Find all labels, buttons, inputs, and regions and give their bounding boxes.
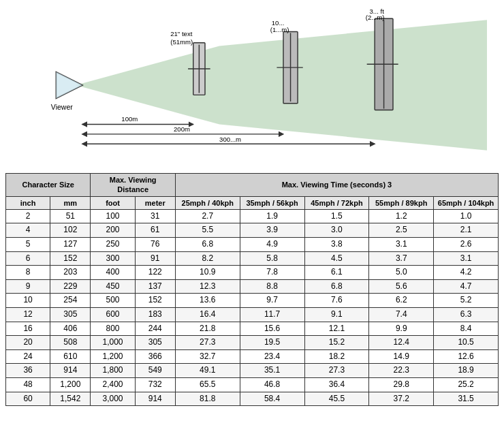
- cell-s45: 3.8: [304, 238, 369, 252]
- viewer-label: Viewer: [51, 103, 73, 111]
- cell-foot: 3,000: [91, 392, 135, 406]
- table-header-row2: inch mm foot meter 25mph / 40kph 35mph /…: [6, 196, 499, 209]
- cell-mm: 203: [50, 266, 91, 280]
- table-body: 251100312.71.91.51.21.04102200615.53.93.…: [6, 209, 499, 405]
- cell-foot: 450: [91, 279, 135, 294]
- col-header-foot: foot: [91, 196, 135, 209]
- cell-s55: 3.7: [369, 251, 434, 266]
- cell-meter: 183: [135, 308, 175, 322]
- cell-s25: 27.3: [175, 336, 240, 350]
- cell-s45: 6.8: [304, 279, 369, 294]
- cell-s35: 5.8: [240, 251, 304, 266]
- cell-mm: 51: [50, 209, 91, 223]
- cell-s65: 1.0: [434, 209, 499, 223]
- col-header-mm: mm: [50, 196, 91, 209]
- cell-s25: 10.9: [175, 266, 240, 280]
- cell-mm: 610: [50, 349, 91, 364]
- cell-foot: 400: [91, 266, 135, 280]
- cell-s45: 3.0: [304, 223, 369, 238]
- cell-inch: 10: [6, 294, 50, 308]
- dist3-label: 300...m: [219, 136, 241, 143]
- cell-s45: 45.5: [304, 392, 369, 406]
- cell-meter: 305: [135, 336, 175, 350]
- cell-meter: 137: [135, 279, 175, 294]
- cell-s35: 4.9: [240, 238, 304, 252]
- cell-s65: 25.2: [434, 378, 499, 392]
- cell-s45: 27.3: [304, 364, 369, 378]
- cell-inch: 20: [6, 336, 50, 350]
- table-row: 1640680024421.815.612.19.98.4: [6, 322, 499, 336]
- col-header-55mph: 55mph / 89kph: [369, 196, 434, 209]
- cell-s45: 6.1: [304, 266, 369, 280]
- svg-text:(51mm): (51mm): [170, 38, 193, 46]
- cell-s25: 32.7: [175, 349, 240, 364]
- cell-s35: 9.7: [240, 294, 304, 308]
- cell-mm: 508: [50, 336, 91, 350]
- cell-meter: 366: [135, 349, 175, 364]
- table-row: 369141,80054949.135.127.322.318.9: [6, 364, 499, 378]
- cell-meter: 61: [135, 223, 175, 238]
- cell-foot: 2,400: [91, 378, 135, 392]
- cell-s55: 9.9: [369, 322, 434, 336]
- cell-inch: 24: [6, 349, 50, 364]
- cell-s55: 1.2: [369, 209, 434, 223]
- cell-s45: 12.1: [304, 322, 369, 336]
- sign2-label: 10...: [272, 19, 285, 27]
- cell-s45: 18.2: [304, 349, 369, 364]
- cell-s35: 35.1: [240, 364, 304, 378]
- diagram-svg: Viewer 21" text (51mm) 10... (1...m) 3..…: [7, 7, 497, 163]
- cell-inch: 5: [6, 238, 50, 252]
- cell-meter: 76: [135, 238, 175, 252]
- cell-foot: 800: [91, 322, 135, 336]
- cell-mm: 127: [50, 238, 91, 252]
- cell-s35: 15.6: [240, 322, 304, 336]
- cell-foot: 300: [91, 251, 135, 266]
- cell-s65: 2.6: [434, 238, 499, 252]
- cell-s35: 7.8: [240, 266, 304, 280]
- col-header-45mph: 45mph / 72kph: [304, 196, 369, 209]
- cell-s25: 2.7: [175, 209, 240, 223]
- table-row: 820340012210.97.86.15.04.2: [6, 266, 499, 280]
- col-header-35mph: 35mph / 56kph: [240, 196, 304, 209]
- cell-meter: 122: [135, 266, 175, 280]
- cell-inch: 48: [6, 378, 50, 392]
- cell-inch: 36: [6, 364, 50, 378]
- cell-s55: 2.5: [369, 223, 434, 238]
- cell-s35: 58.4: [240, 392, 304, 406]
- cell-inch: 8: [6, 266, 50, 280]
- cell-mm: 254: [50, 294, 91, 308]
- cell-mm: 229: [50, 279, 91, 294]
- cell-s35: 23.4: [240, 349, 304, 364]
- col-header-25mph: 25mph / 40kph: [175, 196, 240, 209]
- table-row: 1025450015213.69.77.66.25.2: [6, 294, 499, 308]
- cell-foot: 1,800: [91, 364, 135, 378]
- diagram-section: Viewer 21" text (51mm) 10... (1...m) 3..…: [0, 0, 504, 170]
- cell-meter: 914: [135, 392, 175, 406]
- cell-s55: 29.8: [369, 378, 434, 392]
- viewing-table: Character Size Max. Viewing Distance Max…: [5, 173, 499, 406]
- sign1-label: 21" text: [170, 30, 192, 37]
- cell-s65: 3.1: [434, 251, 499, 266]
- cell-mm: 914: [50, 364, 91, 378]
- cell-inch: 6: [6, 251, 50, 266]
- cell-s45: 4.5: [304, 251, 369, 266]
- cell-meter: 244: [135, 322, 175, 336]
- dist1-label: 100m: [121, 115, 138, 123]
- cell-mm: 102: [50, 223, 91, 238]
- cell-s55: 7.4: [369, 308, 434, 322]
- header-char-size: Character Size: [6, 174, 91, 197]
- cell-inch: 9: [6, 279, 50, 294]
- table-row: 6152300918.25.84.53.73.1: [6, 251, 499, 266]
- table-row: 205081,00030527.319.515.212.410.5: [6, 336, 499, 350]
- cell-s25: 21.8: [175, 322, 240, 336]
- cell-s65: 4.2: [434, 266, 499, 280]
- cell-s25: 6.8: [175, 238, 240, 252]
- cell-s55: 14.9: [369, 349, 434, 364]
- cell-foot: 1,200: [91, 349, 135, 364]
- cell-inch: 4: [6, 223, 50, 238]
- cell-meter: 91: [135, 251, 175, 266]
- cell-s65: 10.5: [434, 336, 499, 350]
- cell-s55: 12.4: [369, 336, 434, 350]
- cell-s55: 22.3: [369, 364, 434, 378]
- cell-meter: 31: [135, 209, 175, 223]
